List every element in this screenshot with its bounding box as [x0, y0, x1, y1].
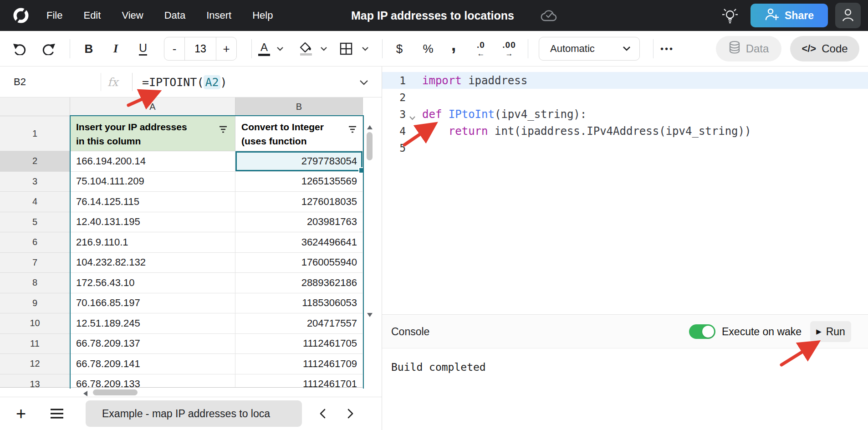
row-header[interactable]: 6: [0, 232, 70, 253]
text-color-button[interactable]: A: [254, 38, 275, 59]
code-line[interactable]: 5: [382, 139, 868, 156]
vertical-scrollbar[interactable]: [365, 97, 374, 388]
column-header-a[interactable]: A: [70, 97, 235, 116]
column-header-b[interactable]: B: [235, 97, 363, 116]
menu-insert[interactable]: Insert: [206, 10, 231, 21]
code-line[interactable]: 3def IPtoInt(ipv4_string):: [382, 106, 868, 123]
number-format-dropdown[interactable]: Automatic: [539, 37, 640, 61]
bold-button[interactable]: B: [78, 38, 99, 59]
row-header[interactable]: 4: [0, 192, 70, 212]
filter-icon[interactable]: [218, 123, 229, 137]
menu-view[interactable]: View: [122, 10, 143, 21]
cell-integer[interactable]: 203981763: [235, 212, 363, 233]
vertical-scroll-thumb[interactable]: [367, 132, 373, 160]
prev-sheet-icon[interactable]: [317, 407, 330, 422]
scroll-down-icon[interactable]: [367, 311, 373, 319]
cell-integer[interactable]: 1265135569: [235, 172, 363, 192]
code-line[interactable]: 4 return int(ipaddress.IPv4Address(ipv4_…: [382, 123, 868, 139]
cell-integer[interactable]: 2889362186: [235, 273, 363, 293]
horizontal-scroll-thumb[interactable]: [93, 389, 138, 395]
cell-ip-address[interactable]: 216.9.110.1: [70, 232, 235, 253]
percent-format-button[interactable]: %: [418, 38, 439, 59]
row-header[interactable]: 10: [0, 313, 70, 334]
cell-ip-address[interactable]: 166.194.200.14: [70, 151, 235, 172]
cell-b1-header[interactable]: Convert to Integer (uses function: [235, 116, 363, 151]
cell-ip-address[interactable]: 104.232.82.132: [70, 253, 235, 273]
row-header[interactable]: 2: [0, 151, 70, 172]
more-options-button[interactable]: •••: [657, 38, 678, 59]
code-editor[interactable]: 1import ipaddress23def IPtoInt(ipv4_stri…: [382, 67, 868, 314]
document-title[interactable]: Map IP addresses to locations: [351, 0, 514, 31]
cell-integer[interactable]: 204717557: [235, 313, 363, 334]
cell-reference-box[interactable]: B2: [14, 67, 26, 97]
cell-integer[interactable]: 1276018035: [235, 192, 363, 212]
font-size-increase-button[interactable]: +: [216, 37, 236, 60]
formula-input[interactable]: =IPTOINT(A2): [142, 67, 227, 97]
row-header[interactable]: 13: [0, 374, 70, 388]
font-size-decrease-button[interactable]: -: [164, 37, 184, 60]
redo-button[interactable]: [38, 38, 59, 59]
currency-format-button[interactable]: $: [389, 38, 410, 59]
sheet-list-menu-icon[interactable]: [50, 408, 64, 421]
profile-button[interactable]: [835, 3, 861, 28]
text-color-dropdown[interactable]: [273, 38, 287, 59]
increase-decimal-button[interactable]: .00 →: [499, 38, 520, 59]
cell-ip-address[interactable]: 66.78.209.137: [70, 334, 235, 354]
fold-gutter[interactable]: [406, 108, 419, 120]
row-header[interactable]: 7: [0, 253, 70, 273]
cell-ip-address[interactable]: 75.104.111.209: [70, 172, 235, 192]
italic-button[interactable]: I: [105, 38, 126, 59]
add-sheet-button[interactable]: +: [12, 397, 30, 430]
fill-color-dropdown[interactable]: [317, 38, 331, 59]
cell-ip-address[interactable]: 66.78.209.133: [70, 374, 235, 388]
fill-color-button[interactable]: [296, 38, 317, 59]
underline-button[interactable]: U: [133, 38, 153, 59]
cell-integer[interactable]: 1112461709: [235, 354, 363, 374]
row-header[interactable]: 12: [0, 354, 70, 374]
cell-ip-address[interactable]: 12.40.131.195: [70, 212, 235, 233]
row-header[interactable]: 3: [0, 172, 70, 192]
formula-bar-expand-chevron[interactable]: [359, 79, 369, 87]
scroll-up-icon[interactable]: [367, 123, 373, 131]
code-line[interactable]: 2: [382, 89, 868, 106]
borders-dropdown[interactable]: [358, 38, 372, 59]
cell-ip-address[interactable]: 70.166.85.197: [70, 293, 235, 314]
menu-data[interactable]: Data: [164, 10, 185, 21]
decrease-decimal-button[interactable]: .0 ←: [470, 38, 491, 59]
cell-ip-address[interactable]: 66.78.209.141: [70, 354, 235, 374]
app-logo-icon[interactable]: [12, 6, 30, 25]
font-size-input[interactable]: 13: [184, 37, 216, 60]
menu-edit[interactable]: Edit: [83, 10, 101, 21]
cell-ip-address[interactable]: 76.14.125.115: [70, 192, 235, 212]
row-header[interactable]: 11: [0, 334, 70, 354]
menu-help[interactable]: Help: [252, 10, 273, 21]
menu-file[interactable]: File: [46, 10, 62, 21]
cell-integer[interactable]: 2797783054: [235, 151, 363, 172]
next-sheet-icon[interactable]: [343, 407, 356, 422]
corner-header[interactable]: [0, 97, 70, 116]
row-header[interactable]: 1: [0, 116, 70, 151]
cell-integer[interactable]: 1112461705: [235, 334, 363, 354]
cell-integer[interactable]: 1760055940: [235, 253, 363, 273]
data-panel-button[interactable]: Data: [716, 36, 781, 61]
cell-integer[interactable]: 3624496641: [235, 232, 363, 253]
row-header[interactable]: 9: [0, 293, 70, 314]
cell-a1-header[interactable]: Insert your IP addresses in this column: [70, 116, 235, 151]
undo-button[interactable]: [9, 38, 30, 59]
cell-integer[interactable]: 1112461701: [235, 374, 363, 388]
code-panel-button[interactable]: </> Code: [790, 36, 859, 61]
row-header[interactable]: 8: [0, 273, 70, 293]
cell-ip-address[interactable]: 172.56.43.10: [70, 273, 235, 293]
sheet-tab[interactable]: Example - map IP addresses to loca: [86, 400, 302, 427]
execute-on-wake-toggle[interactable]: [689, 324, 715, 339]
thousands-separator-button[interactable]: ,: [443, 38, 464, 59]
lightbulb-icon[interactable]: [721, 7, 739, 26]
code-line[interactable]: 1import ipaddress: [382, 72, 868, 89]
run-button[interactable]: ▶ Run: [810, 321, 851, 342]
horizontal-scrollbar[interactable]: [0, 388, 382, 397]
cell-ip-address[interactable]: 12.51.189.245: [70, 313, 235, 334]
filter-icon[interactable]: [347, 123, 358, 137]
cell-integer[interactable]: 1185306053: [235, 293, 363, 314]
share-button[interactable]: Share: [751, 4, 828, 27]
row-header[interactable]: 5: [0, 212, 70, 233]
